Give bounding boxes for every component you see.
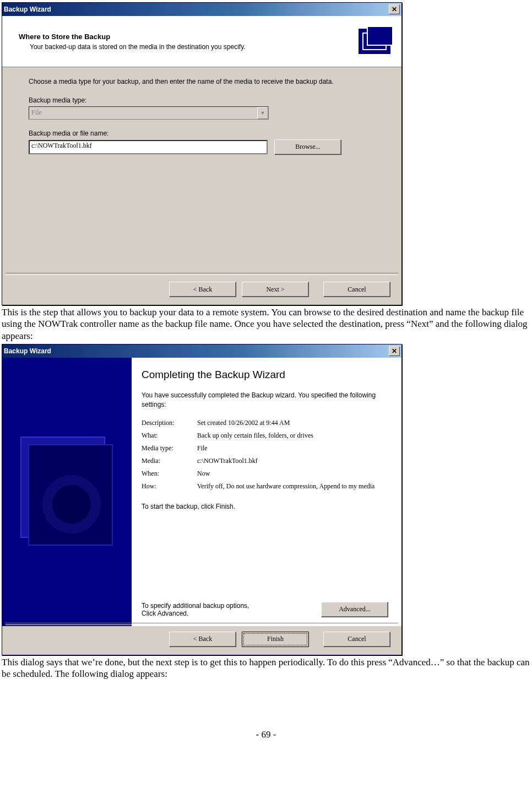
- body-paragraph-1: This is the step that allows you to back…: [2, 306, 530, 342]
- wizard-header-subtitle: Your backed-up data is stored on the med…: [30, 43, 359, 51]
- wizard-complete-title: Completing the Backup Wizard: [142, 369, 388, 381]
- summary-table: Description:Set created 10/26/2002 at 9:…: [142, 417, 378, 493]
- table-row: When:Now: [142, 467, 378, 480]
- media-type-value: File: [31, 109, 42, 117]
- media-type-label: Backup media type:: [29, 96, 375, 104]
- instruction-text: Choose a media type for your backup, and…: [29, 77, 375, 87]
- cancel-button[interactable]: Cancel: [323, 282, 390, 297]
- advanced-button[interactable]: Advanced...: [321, 602, 388, 617]
- cancel-button[interactable]: Cancel: [323, 632, 390, 647]
- wizard-sidebar: [2, 358, 132, 626]
- page-number: - 69 -: [0, 729, 532, 740]
- backup-wizard-storage-dialog: Backup Wizard ✕ Where to Store the Backu…: [2, 2, 402, 305]
- separator: [6, 623, 398, 625]
- wizard-complete-intro: You have successfully completed the Back…: [142, 391, 388, 410]
- table-row: Description:Set created 10/26/2002 at 9:…: [142, 417, 378, 429]
- tape-icon: [359, 29, 390, 54]
- backup-wizard-complete-dialog: Backup Wizard ✕ Completing the Backup Wi…: [2, 344, 402, 655]
- disk-icon: [20, 437, 114, 547]
- separator: [6, 273, 398, 275]
- next-button[interactable]: Next >: [242, 282, 309, 297]
- close-button[interactable]: ✕: [389, 4, 400, 14]
- wizard-header: Where to Store the Backup Your backed-up…: [2, 16, 401, 67]
- media-type-dropdown: File ▼: [29, 106, 269, 120]
- body-paragraph-2: This dialog says that we’re done, but th…: [2, 656, 530, 680]
- table-row: How:Verify off, Do not use hardware comp…: [142, 480, 378, 493]
- table-row: Media:c:\NOWTrakTool1.bkf: [142, 455, 378, 467]
- start-instruction: To start the backup, click Finish.: [142, 503, 388, 510]
- file-name-label: Backup media or file name:: [29, 130, 375, 137]
- titlebar[interactable]: Backup Wizard ✕: [2, 344, 401, 358]
- advanced-instruction: To specify additional backup options, Cl…: [142, 602, 249, 617]
- table-row: Media type:File: [142, 442, 378, 455]
- titlebar[interactable]: Backup Wizard ✕: [2, 3, 401, 16]
- file-name-input[interactable]: c:\NOWTrakTool1.bkf: [29, 140, 268, 154]
- table-row: What:Back up only certain files, folders…: [142, 429, 378, 442]
- back-button[interactable]: < Back: [169, 282, 236, 297]
- wizard-header-title: Where to Store the Backup: [19, 33, 359, 41]
- window-title: Backup Wizard: [4, 6, 51, 13]
- close-button[interactable]: ✕: [389, 346, 400, 356]
- browse-button[interactable]: Browse...: [274, 139, 341, 155]
- finish-button[interactable]: Finish: [242, 632, 309, 647]
- back-button[interactable]: < Back: [169, 632, 236, 647]
- chevron-down-icon: ▼: [257, 107, 268, 119]
- window-title: Backup Wizard: [4, 347, 51, 355]
